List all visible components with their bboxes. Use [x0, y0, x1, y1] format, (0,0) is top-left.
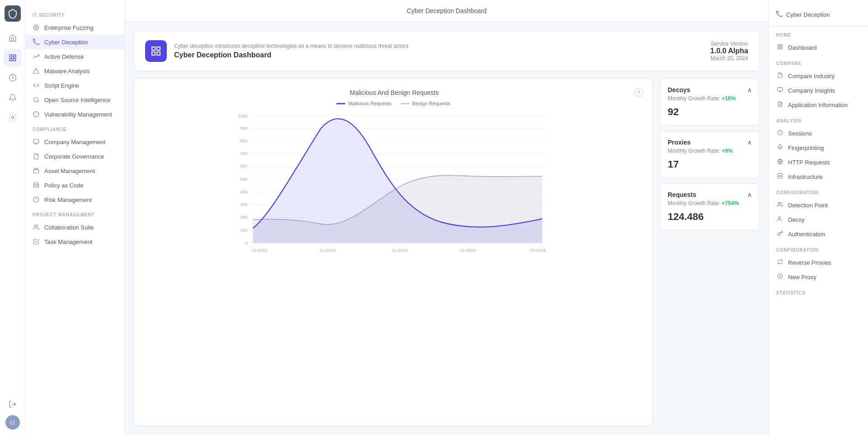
rs-item-label: Authentication — [788, 231, 825, 238]
sidebar-item-enterprise-fuzzing[interactable]: Enterprise Fuzzing — [25, 20, 124, 35]
svg-point-26 — [34, 225, 37, 227]
stat-card-proxies-header: Proxies ∧ — [668, 139, 752, 146]
info-subtitle: Cyber deception introduces deceptive tec… — [174, 43, 408, 49]
rs-item-dashboard[interactable]: Dashboard — [769, 40, 868, 55]
settings-nav-icon[interactable] — [4, 108, 22, 126]
rs-item-new-proxy[interactable]: New Proxy — [769, 270, 868, 284]
stat-card-requests-value: 124.486 — [668, 211, 752, 223]
rs-item-infrastructure[interactable]: Infrastructure — [769, 169, 868, 184]
sidebar-item-label: Company Management — [44, 139, 105, 145]
content-area: Cyber deception introduces deceptive tec… — [125, 22, 769, 435]
right-sidebar-header: Cyber Deception — [769, 7, 868, 26]
svg-rect-0 — [9, 55, 12, 57]
sidebar-item-task-mgmt[interactable]: Task Management — [25, 234, 124, 249]
sidebar-item-vuln-mgmt[interactable]: Vulnerability Management — [25, 107, 124, 122]
right-sidebar: Cyber Deception HOME Dashboard COMPARE C… — [769, 0, 868, 435]
detection-point-icon — [776, 201, 783, 209]
sidebar-item-label: Policy as Code — [44, 182, 84, 189]
rs-section-config-1: CONFIGURATION — [769, 184, 868, 198]
info-card-icon — [145, 40, 167, 62]
section-label-compliance: COMPLIANCE — [25, 122, 124, 135]
enterprise-fuzzing-icon — [33, 24, 40, 31]
chart-row: Malicious And Benign Requests ? Maliciou… — [134, 79, 760, 426]
sidebar-item-corporate-governance[interactable]: Corporate Governance — [25, 149, 124, 164]
svg-text:90K: 90K — [240, 126, 248, 131]
rs-item-authentication[interactable]: Authentication — [769, 227, 868, 241]
svg-text:11-2023: 11-2023 — [320, 248, 335, 253]
sidebar-item-label: Open Source Intelligence — [44, 97, 110, 103]
authentication-icon — [776, 230, 783, 238]
sidebar-item-osint[interactable]: Open Source Intelligence — [25, 93, 124, 107]
rs-item-label: Application Information — [788, 102, 848, 108]
svg-text:10-2023: 10-2023 — [251, 248, 267, 253]
chart-legend: Malicious Requests Benign Requests — [143, 101, 643, 106]
sidebar-item-company-mgmt[interactable]: Company Management — [25, 135, 124, 149]
svg-rect-16 — [33, 140, 39, 143]
sidebar-item-cyber-deception[interactable]: Cyber Deception — [25, 35, 124, 49]
legend-benign: Benign Requests — [401, 101, 450, 106]
svg-rect-61 — [780, 47, 782, 49]
sidebar-item-policy-as-code[interactable]: Policy as Code — [25, 178, 124, 192]
stat-card-decoys-growth: Monthly Growth Rate: +16% — [668, 95, 752, 102]
sidebar-item-active-defense[interactable]: Active Defense — [25, 49, 124, 64]
svg-text:20K: 20K — [240, 215, 248, 220]
sidebar-item-label: Malware Analysis — [44, 68, 90, 75]
svg-point-11 — [34, 98, 38, 102]
bottom-icons: U — [4, 395, 22, 430]
bell-nav-icon[interactable] — [4, 89, 22, 107]
sidebar-item-risk-mgmt[interactable]: Risk Management — [25, 192, 124, 207]
rs-item-label: Detection Point — [788, 202, 828, 209]
rs-item-company-insights[interactable]: Company Insights — [769, 83, 868, 98]
sidebar-item-script-engine[interactable]: Script Engine — [25, 78, 124, 93]
chart-header: Malicious And Benign Requests ? — [143, 88, 643, 97]
chart-card: Malicious And Benign Requests ? Maliciou… — [134, 79, 653, 426]
risk-mgmt-icon — [33, 196, 40, 203]
rs-item-detection-point[interactable]: Detection Point — [769, 198, 868, 212]
cyber-deception-icon — [33, 38, 40, 46]
active-defense-icon — [33, 53, 40, 60]
rs-item-http-requests[interactable]: HTTP Requests — [769, 155, 868, 169]
sidebar-item-malware-analysis[interactable]: Malware Analysis — [25, 64, 124, 78]
icon-sidebar: U — [0, 0, 25, 435]
sidebar-item-label: Vulnerability Management — [44, 111, 112, 118]
chart-info-icon[interactable]: ? — [634, 88, 643, 97]
sidebar-item-label: Cyber Deception — [44, 39, 88, 46]
sidebar-item-collaboration-suite[interactable]: Collaboration Suite — [25, 220, 124, 234]
svg-text:01-2024: 01-2024 — [460, 248, 476, 253]
rs-section-statistics: STATISTICS — [769, 284, 868, 298]
svg-text:10K: 10K — [240, 228, 248, 233]
rs-item-decoy[interactable]: Decoy — [769, 212, 868, 227]
task-mgmt-icon — [33, 238, 40, 245]
stat-card-proxies-value: 17 — [668, 159, 752, 170]
user-avatar[interactable]: U — [5, 415, 20, 430]
corp-gov-icon — [33, 153, 40, 160]
proxies-chevron-icon[interactable]: ∧ — [747, 139, 752, 146]
dashboard-nav-icon[interactable] — [4, 49, 22, 67]
rs-item-label: Company Insights — [788, 87, 835, 94]
svg-rect-30 — [157, 52, 160, 55]
sidebar-item-label: Script Engine — [44, 82, 79, 89]
svg-rect-71 — [778, 177, 783, 178]
rs-item-reverse-proxies[interactable]: Reverse Proxies — [769, 255, 868, 270]
legend-benign-label: Benign Requests — [412, 101, 450, 106]
home-nav-icon[interactable] — [4, 29, 22, 47]
stat-card-requests-growth: Monthly Growth Rate: +754% — [668, 200, 752, 206]
stat-card-decoys: Decoys ∧ Monthly Growth Rate: +16% 92 — [660, 79, 760, 126]
chart-svg: 0 10K 20K 30K 40K 50K 60K 70K 80K 90K 10… — [143, 113, 643, 258]
info-title: Cyber Deception Dashboard — [174, 51, 408, 59]
svg-point-7 — [33, 25, 39, 30]
stat-card-requests: Requests ∧ Monthly Growth Rate: +754% 12… — [660, 183, 760, 230]
rs-item-app-info[interactable]: Application Information — [769, 98, 868, 112]
rs-item-sessions[interactable]: Sessions — [769, 126, 868, 140]
svg-rect-2 — [9, 59, 12, 61]
rs-item-fingerprinting[interactable]: Fingerprinting — [769, 140, 868, 155]
new-proxy-icon — [776, 273, 783, 281]
rs-item-compare-industry[interactable]: Compare Industry — [769, 69, 868, 83]
chart-nav-icon[interactable] — [4, 69, 22, 87]
section-label-project-mgmt: PROJECT MANAGEMENT — [25, 207, 124, 220]
sidebar-item-asset-mgmt[interactable]: Asset Management — [25, 164, 124, 178]
requests-chevron-icon[interactable]: ∧ — [747, 191, 752, 198]
logout-icon[interactable] — [4, 395, 22, 413]
svg-rect-20 — [34, 183, 39, 188]
decoys-chevron-icon[interactable]: ∧ — [747, 86, 752, 94]
